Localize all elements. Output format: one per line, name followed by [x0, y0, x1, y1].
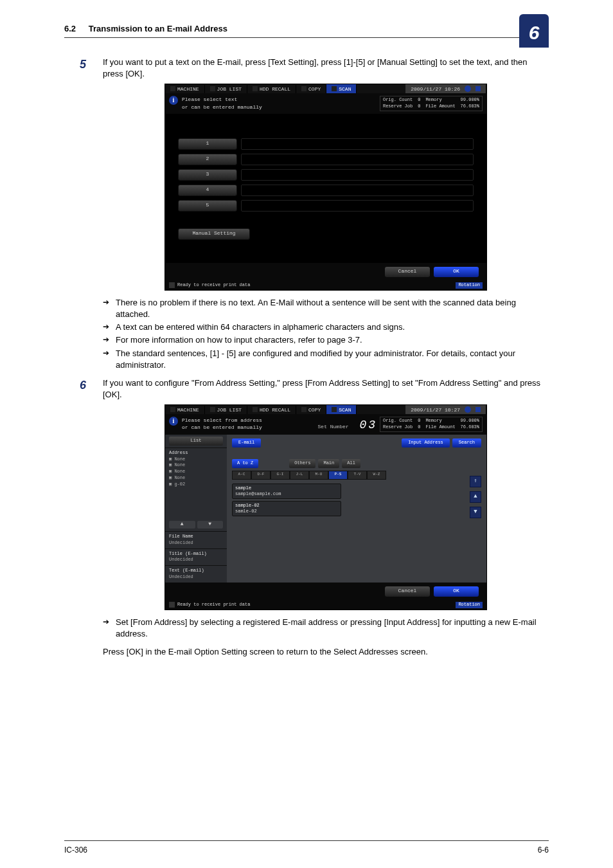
info-line2: or can be entered manually — [182, 424, 262, 431]
rotation-label: Rotation — [458, 602, 480, 607]
set-number-value: 03 — [359, 419, 377, 431]
filter-main[interactable]: Main — [318, 459, 339, 468]
slot-5-button[interactable]: 5 — [178, 200, 237, 212]
scroll-top-button[interactable]: ⇑ — [470, 476, 481, 487]
slot-3-field[interactable] — [241, 169, 474, 181]
tab-scan[interactable]: SCAN — [326, 405, 357, 414]
sidebar-filename-section[interactable]: File Name Undecided — [165, 531, 227, 548]
wheel-icon[interactable] — [465, 406, 471, 413]
status-orig-label: Orig. Count — [383, 97, 413, 104]
printer-icon — [169, 602, 175, 608]
letters-mo[interactable]: M-O — [309, 471, 328, 480]
scan-icon — [332, 407, 337, 412]
sidebar-text-section[interactable]: Text (E-mail) Undecided — [165, 565, 227, 583]
user-icon[interactable] — [475, 407, 481, 412]
wheel-icon[interactable] — [465, 86, 471, 92]
step-6-number: 6 — [80, 377, 86, 393]
scroll-down-button[interactable]: ▼ — [470, 507, 481, 518]
status-res-val: 0 — [418, 424, 420, 431]
entry-name: sample-02 — [235, 503, 338, 509]
list-icon — [210, 86, 215, 91]
filter-all[interactable]: All — [342, 459, 360, 468]
ok-button[interactable]: OK — [434, 586, 479, 597]
sidebar-filename-val: Undecided — [169, 540, 223, 547]
info-bar: i Please select from address or can be e… — [165, 414, 486, 435]
cancel-button[interactable]: Cancel — [385, 267, 430, 277]
tab-hddrecall[interactable]: HDD RECALL — [247, 84, 296, 93]
tab-machine[interactable]: MACHINE — [165, 84, 205, 93]
rotation-label: Rotation — [458, 282, 480, 287]
address-entry[interactable]: sample-02 samle-02 — [232, 501, 341, 516]
sidebar-none-3: None — [174, 469, 185, 474]
sidebar-g02: g-02 — [174, 482, 185, 487]
sidebar-title-label: Title (E-mail) — [169, 551, 223, 557]
tab-machine[interactable]: MACHINE — [165, 405, 205, 414]
sidebar-address-row: ▣ None — [169, 462, 223, 469]
letter-row: A-C D-F G-I J-L M-O P-S T-V W-Z — [232, 471, 481, 480]
letters-ps[interactable]: P-S — [328, 471, 348, 480]
tab-scan[interactable]: SCAN — [326, 84, 357, 93]
slot-4-field[interactable] — [241, 185, 474, 196]
slot-4-button[interactable]: 4 — [178, 185, 237, 196]
tab-joblist-label: JOB LIST — [217, 406, 242, 413]
slot-5-field[interactable] — [241, 200, 474, 212]
letters-gi[interactable]: G-I — [271, 471, 290, 480]
scan-icon — [332, 86, 337, 91]
copy-icon — [301, 407, 306, 412]
chapter-tab: 6 — [519, 14, 549, 48]
note-item: For more information on how to input cha… — [103, 334, 549, 346]
sidebar-address-row: ▣ None — [169, 469, 223, 475]
cancel-button[interactable]: Cancel — [385, 586, 430, 597]
status-res-label: Reserve Job — [383, 104, 413, 110]
sidebar-list-button[interactable]: List — [169, 437, 223, 446]
letters-jl[interactable]: J-L — [290, 471, 309, 480]
step-5-text: If you want to put a text on the E-mail,… — [103, 57, 549, 80]
letters-df[interactable]: D-F — [251, 471, 271, 480]
tab-copy[interactable]: COPY — [296, 405, 326, 414]
entry-address: samle-02 — [235, 509, 338, 514]
tab-joblist[interactable]: JOB LIST — [205, 405, 247, 414]
status-res-label: Reserve Job — [383, 424, 413, 431]
ok-button[interactable]: OK — [434, 267, 479, 277]
note-item: A text can be entered within 64 characte… — [103, 321, 549, 333]
sidebar-down-button[interactable]: ▼ — [197, 521, 224, 529]
sidebar-none-1: None — [174, 457, 185, 462]
set-number-label: Set Number — [318, 424, 349, 429]
filter-row: A to Z Others Main All — [232, 459, 481, 468]
sidebar-up-button[interactable]: ▲ — [169, 521, 195, 529]
slot-1-field[interactable] — [241, 138, 474, 150]
info-line2: or can be entered manually — [182, 104, 262, 111]
sidebar-none-4: None — [174, 475, 185, 480]
tab-joblist[interactable]: JOB LIST — [205, 84, 247, 93]
sidebar-updown: ▲ ▼ — [169, 521, 223, 529]
slot-1-button[interactable]: 1 — [178, 138, 237, 150]
status-orig-val: 0 — [418, 418, 420, 424]
filter-others[interactable]: Others — [289, 459, 315, 468]
tab-hddrecall[interactable]: HDD RECALL — [247, 405, 296, 414]
status-box: Orig. Count0Memory99.000% Reserve Job0Fi… — [380, 417, 483, 432]
email-tab[interactable]: E-mail — [232, 439, 261, 448]
slot-3-button[interactable]: 3 — [178, 169, 237, 181]
manual-setting-button[interactable]: Manual Setting — [178, 228, 250, 240]
step-6-notes: Set [From Address] by selecting a regist… — [103, 617, 549, 640]
tab-copy[interactable]: COPY — [296, 84, 326, 93]
search-button[interactable]: Search — [452, 439, 481, 448]
printer-icon — [169, 282, 175, 288]
letters-wz[interactable]: W-Z — [367, 471, 386, 480]
status-orig-val: 0 — [418, 97, 420, 104]
status-box: Orig. Count0Memory99.000% Reserve Job0Fi… — [380, 96, 483, 111]
page-footer: IC-306 6-6 — [64, 840, 549, 845]
hdd-icon — [253, 86, 258, 91]
input-address-button[interactable]: Input Address — [402, 439, 450, 448]
slot-2-button[interactable]: 2 — [178, 154, 237, 165]
scroll-up-button[interactable]: ▲ — [470, 491, 481, 503]
user-icon[interactable] — [475, 86, 481, 91]
clock-text: 2009/11/27 10:27 — [411, 406, 460, 413]
address-entry[interactable]: sample sample@sample.com — [232, 484, 341, 499]
filter-atoz[interactable]: A to Z — [232, 459, 258, 468]
slot-2-field[interactable] — [241, 154, 474, 165]
main-area: List Address ▣ None ▣ None ▣ None ▣ None… — [165, 435, 486, 583]
sidebar-title-section[interactable]: Title (E-mail) Undecided — [165, 548, 227, 566]
letters-tv[interactable]: T-V — [348, 471, 367, 480]
letters-ac[interactable]: A-C — [232, 471, 251, 480]
